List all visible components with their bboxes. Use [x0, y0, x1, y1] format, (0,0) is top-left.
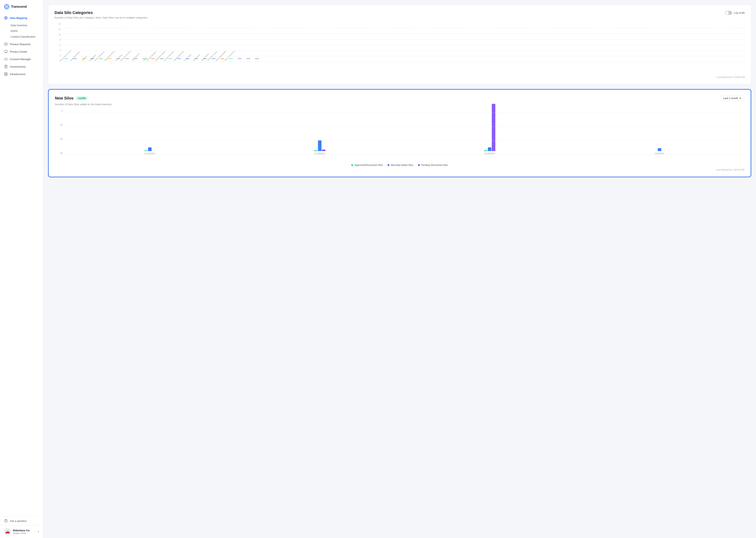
new-silos-card: New Silos +14.8% Last 1 month ▾ Number o… — [48, 89, 751, 177]
svg-point-36 — [6, 75, 6, 76]
log-scale-toggle[interactable] — [725, 11, 732, 15]
approved-label: Approved/Discovered Silos — [354, 164, 383, 166]
bar-label: ... — [257, 59, 260, 62]
ns-bar-group-3: 12/2/2022 — [654, 148, 665, 155]
new-silos-last-fetched: Last fetched at 7:30:53 PM — [55, 168, 744, 171]
ask-question-item[interactable]: Ask a question — [0, 516, 43, 525]
sidebar-item-data-mapping-label: Data Mapping — [10, 17, 27, 20]
app-logo[interactable]: Transcend — [0, 0, 43, 14]
ns-chart-inner: 60 40 20 0 — [55, 109, 744, 161]
sidebar-item-assessments[interactable]: Assessments — [0, 63, 43, 70]
globe-icon — [4, 16, 8, 20]
sidebar-item-privacy-center[interactable]: Privacy Center — [0, 48, 43, 55]
svg-point-10 — [6, 44, 6, 44]
manual-bar-0 — [148, 147, 152, 151]
ns-bar-group-0: 11/11/2022 — [144, 147, 156, 155]
svg-point-32 — [7, 73, 8, 73]
bar-group: Productivity — [192, 59, 200, 62]
bar — [108, 59, 112, 59]
user-section[interactable]: 🚗 Rideshare Co. Shaun Lichti ▾ — [0, 525, 43, 538]
circle-dots-icon — [4, 42, 8, 46]
ns-bar-group-1: 11/18/2022 — [314, 140, 325, 155]
bar-label: ... — [249, 59, 251, 62]
data-silo-categories-title: Data Silo Categories — [55, 11, 93, 15]
sidebar-item-consent-manager-label: Consent Manager — [10, 58, 31, 61]
ns-x-label-1: 11/18/2022 — [314, 152, 325, 155]
monitor-icon — [4, 50, 8, 54]
sidebar-item-privacy-requests-label: Privacy Requests — [10, 43, 30, 46]
pending-bar-1 — [322, 149, 325, 151]
app-name: Transcend — [11, 5, 27, 9]
bar-group: Transcend Custom — [63, 59, 70, 62]
time-range-dropdown[interactable]: Last 1 month ▾ — [720, 95, 744, 101]
ns-bars-area: 11/11/2022 11/18/2022 — [65, 109, 744, 155]
bar-label: Email Marketing — [70, 51, 80, 62]
ns-bars-1 — [314, 140, 325, 151]
svg-point-1 — [6, 6, 8, 8]
sidebar-item-consent-manager[interactable]: Consent Manager — [0, 55, 43, 63]
bar — [212, 59, 215, 59]
sidebar-sub-ropa[interactable]: ROPA — [9, 28, 43, 34]
data-silo-categories-card: Data Silo Categories Log scale Number of… — [48, 5, 751, 84]
user-company: Rideshare Co. — [13, 529, 36, 532]
manual-bar-2 — [488, 147, 492, 151]
sidebar-item-infrastructure[interactable]: Infrastructure — [0, 70, 43, 78]
bar — [220, 59, 224, 59]
bar-group: SEO & Search Marketing — [227, 59, 235, 62]
chart-legend: Approved/Discovered Silos Manually Added… — [55, 164, 744, 166]
bar-group: ... — [244, 59, 252, 62]
bar-label: Mobile Marketing — [173, 51, 184, 62]
svg-point-33 — [5, 74, 5, 75]
sidebar: Transcend Data Mapping Data Inventory RO… — [0, 0, 43, 538]
bar-group: Data Science — [132, 59, 140, 62]
sidebar-item-assessments-label: Assessments — [10, 65, 25, 68]
bar — [125, 59, 129, 59]
log-scale-area[interactable]: Log scale — [725, 11, 745, 15]
bar — [177, 59, 181, 59]
bar-group: Server Networks & Storage — [97, 59, 105, 62]
new-silos-badge: +14.8% — [76, 96, 87, 100]
svg-point-12 — [6, 44, 7, 44]
sidebar-item-privacy-requests[interactable]: Privacy Requests — [0, 40, 43, 48]
data-mapping-submenu: Data Inventory ROPA Content Classificati… — [0, 22, 43, 40]
manual-bar-3 — [658, 148, 661, 151]
new-silos-title-group: New Silos +14.8% — [55, 96, 88, 100]
bar-group: Digital Marketing — [106, 59, 114, 62]
bar — [255, 59, 259, 59]
approved-bar-0 — [144, 150, 148, 151]
card-header: Data Silo Categories Log scale — [55, 11, 745, 15]
approved-dot — [351, 164, 353, 166]
help-icon — [4, 519, 8, 523]
new-silos-header: New Silos +14.8% Last 1 month ▾ — [55, 95, 744, 101]
bar-label: Digital Marketing — [104, 51, 115, 62]
data-silo-chart: 0 2 4 6 8 10 12 14 — [55, 23, 745, 74]
ns-bars-0 — [144, 147, 156, 151]
approved-bar-2 — [484, 150, 488, 151]
bar-label: Email Client — [184, 53, 192, 62]
bar-group: Demand Generation — [123, 59, 131, 62]
dropdown-label: Last 1 month — [723, 97, 738, 100]
svg-point-30 — [5, 73, 5, 73]
sidebar-sub-content-classification[interactable]: Content Classification — [9, 34, 43, 40]
legend-pending: Pending Discovered Silos — [418, 164, 448, 166]
bar-label: Productivity — [193, 54, 201, 62]
sidebar-item-privacy-center-label: Privacy Center — [10, 50, 27, 53]
sidebar-item-data-mapping[interactable]: Data Mapping — [0, 14, 43, 22]
bar-group: Mobile Marketing — [175, 59, 183, 62]
data-silo-categories-subtitle: Number of Data Silos per Category. Note:… — [55, 16, 745, 19]
bar — [238, 59, 242, 59]
ns-x-label-2: 11/25/2022 — [484, 152, 495, 155]
bar-group: ... — [253, 59, 261, 62]
pending-bar-2 — [492, 104, 495, 151]
user-avatar: 🚗 — [4, 528, 11, 535]
bars-area: Transcend CustomEmail MarketingAd TechDa… — [63, 23, 745, 62]
new-silos-title: New Silos — [55, 96, 73, 100]
logo-icon — [4, 4, 10, 10]
sidebar-sub-data-inventory[interactable]: Data Inventory — [9, 23, 43, 28]
legend-manual: Manually Added Silos — [388, 164, 413, 166]
bar — [246, 59, 250, 59]
svg-point-31 — [6, 73, 6, 73]
y-axis: 0 2 4 6 8 10 12 14 — [55, 23, 62, 62]
user-name-sub: Shaun Lichti — [13, 532, 36, 535]
ask-question-label: Ask a question — [10, 519, 26, 522]
